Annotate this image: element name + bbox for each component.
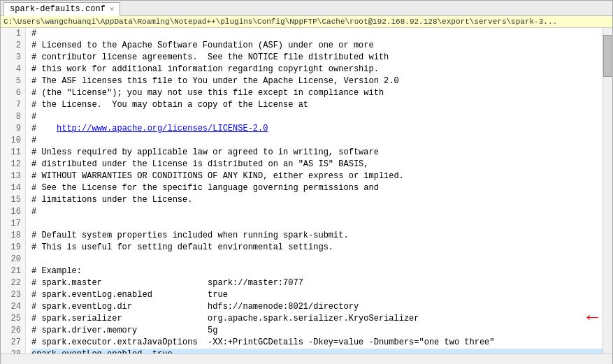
- line-number: 13: [5, 170, 21, 182]
- line-number: 27: [5, 337, 21, 349]
- code-line: # Licensed to the Apache Software Founda…: [31, 40, 603, 52]
- code-line: # spark.executor.extraJavaOptions -XX:+P…: [31, 337, 603, 349]
- line-numbers: 1234567891011121314151617181920212223242…: [1, 28, 26, 354]
- line-number: 25: [5, 313, 21, 325]
- file-tab[interactable]: spark-defaults.conf ✕: [3, 2, 120, 16]
- title-bar: spark-defaults.conf ✕: [1, 1, 612, 16]
- code-line: # See the License for the specific langu…: [31, 182, 603, 194]
- line-number: 19: [5, 242, 21, 254]
- license-link[interactable]: http://www.apache.org/licenses/LICENSE-2…: [57, 124, 268, 133]
- line-number: 14: [5, 182, 21, 194]
- code-line: # this work for additional information r…: [31, 64, 603, 75]
- line-number: 21: [5, 265, 21, 277]
- code-line: spark.eventLog.enabled true: [31, 349, 603, 354]
- code-line: # spark.serializer org.apache.spark.seri…: [31, 313, 603, 325]
- code-line: # WITHOUT WARRANTIES OR CONDITIONS OF AN…: [31, 170, 603, 182]
- code-line: # distributed under the License is distr…: [31, 159, 603, 170]
- line-number: 7: [5, 99, 21, 111]
- line-number: 23: [5, 289, 21, 301]
- code-line: [31, 218, 603, 230]
- code-line: # spark.master spark://master:7077: [31, 277, 603, 289]
- code-line: #: [31, 111, 603, 123]
- code-line: # Default system properties included whe…: [31, 230, 603, 242]
- line-number: 8: [5, 111, 21, 123]
- line-number: 15: [5, 194, 21, 206]
- line-number: 6: [5, 87, 21, 99]
- editor-wrapper: 1234567891011121314151617181920212223242…: [1, 28, 612, 354]
- line-number: 20: [5, 254, 21, 265]
- line-number: 3: [5, 52, 21, 64]
- line-number: 11: [5, 147, 21, 159]
- scrollbar-thumb-v[interactable]: [603, 35, 612, 77]
- code-line: # contributor license agreements. See th…: [31, 52, 603, 64]
- code-line: # the License. You may obtain a copy of …: [31, 99, 603, 111]
- editor-area: 1234567891011121314151617181920212223242…: [1, 28, 612, 354]
- main-window: spark-defaults.conf ✕ C:\Users\wangchuan…: [0, 0, 613, 364]
- line-number: 26: [5, 325, 21, 337]
- code-line: # This is useful for setting default env…: [31, 242, 603, 254]
- line-number: 4: [5, 64, 21, 75]
- line-number: 9: [5, 123, 21, 135]
- line-number: 22: [5, 277, 21, 289]
- bottom-scrollbar-area: [1, 354, 612, 363]
- code-line: # spark.eventLog.enabled true: [31, 289, 603, 301]
- line-number: 1: [5, 28, 21, 40]
- horizontal-scrollbar[interactable]: [1, 354, 612, 364]
- code-line: # Unless required by applicable law or a…: [31, 147, 603, 159]
- code-line: [31, 254, 603, 265]
- line-number: 10: [5, 135, 21, 147]
- line-number: 16: [5, 206, 21, 218]
- code-line: #: [31, 28, 603, 40]
- code-line: #: [31, 135, 603, 147]
- tab-close-button[interactable]: ✕: [110, 4, 115, 13]
- line-number: 18: [5, 230, 21, 242]
- code-line: #: [31, 206, 603, 218]
- path-tooltip: C:\Users\wangchuanqi\AppData\Roaming\Not…: [1, 16, 612, 28]
- line-number: 12: [5, 159, 21, 170]
- tab-filename: spark-defaults.conf: [10, 4, 106, 14]
- line-number: 5: [5, 75, 21, 87]
- code-line: # limitations under the License.: [31, 194, 603, 206]
- code-line: # http://www.apache.org/licenses/LICENSE…: [31, 123, 603, 135]
- code-line: # (the "License"); you may not use this …: [31, 87, 603, 99]
- code-line: # Example:: [31, 265, 603, 277]
- vertical-scrollbar[interactable]: [603, 28, 612, 354]
- line-number: 2: [5, 40, 21, 52]
- code-content[interactable]: ## Licensed to the Apache Software Found…: [26, 28, 603, 354]
- code-line: # spark.eventLog.dir hdfs://namenode:802…: [31, 301, 603, 313]
- line-number: 17: [5, 218, 21, 230]
- code-line: # The ASF licenses this file to You unde…: [31, 75, 603, 87]
- line-number: 24: [5, 301, 21, 313]
- line-number: 28: [5, 349, 21, 354]
- code-line: # spark.driver.memory 5g: [31, 325, 603, 337]
